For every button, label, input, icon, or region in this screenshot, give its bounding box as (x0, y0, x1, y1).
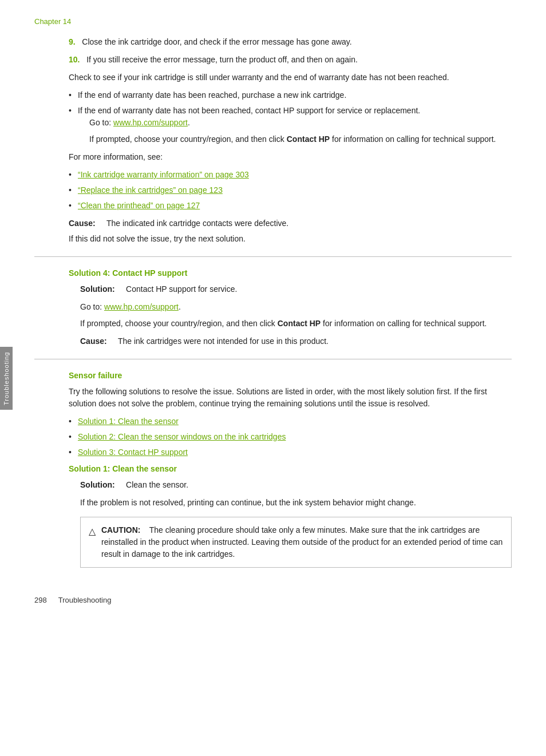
chapter-label: Chapter 14 (34, 17, 512, 26)
solution-1-body: If the problem is not resolved, printing… (80, 497, 512, 509)
cause-1-label: Cause: (69, 219, 96, 228)
solution-4-goto: Go to: www.hp.com/support. (80, 301, 512, 313)
main-content: 9. Close the ink cartridge door, and che… (69, 36, 512, 245)
caution-box: △ CAUTION: The cleaning procedure should… (80, 517, 512, 568)
page-content: Chapter 14 9. Close the ink cartridge do… (0, 0, 546, 610)
sensor-failure-link-3: Solution 3: Contact HP support (69, 446, 512, 458)
solution-1-title: Solution 1: Clean the sensor (69, 464, 512, 473)
page-footer: 298 Troubleshooting (0, 590, 546, 610)
step-9-text: Close the ink cartridge door, and check … (82, 37, 351, 46)
solution-4-cause: Cause: The ink cartridges were not inten… (80, 335, 512, 347)
solution-4-hp-link[interactable]: www.hp.com/support (104, 302, 179, 311)
warranty-bullet-1: If the end of warranty date has been rea… (69, 89, 512, 101)
sensor-failure-list: Solution 1: Clean the sensor Solution 2:… (69, 415, 512, 458)
more-info-link-3: “Clean the printhead” on page 127 (69, 200, 512, 212)
step-9-number: 9. (69, 37, 76, 46)
warranty-bullets: If the end of warranty date has been rea… (69, 89, 512, 145)
caution-content: CAUTION: The cleaning procedure should t… (101, 524, 503, 560)
divider-2 (34, 359, 512, 359)
solution-1-solution-line: Solution: Clean the sensor. (80, 479, 512, 491)
sidebar-tab-container: Troubleshooting (0, 347, 13, 410)
solution-4-prompted: If prompted, choose your country/region,… (80, 318, 512, 330)
caution-label: CAUTION: (101, 525, 140, 535)
more-info-link-2: “Replace the ink cartridges” on page 123 (69, 184, 512, 196)
footer-chapter-label: Troubleshooting (58, 596, 112, 604)
solution-4-title: Solution 4: Contact HP support (69, 268, 512, 278)
sensor-failure-link-1: Solution 1: Clean the sensor (69, 415, 512, 428)
sidebar-tab: Troubleshooting (0, 347, 13, 410)
step-9: 9. Close the ink cartridge door, and che… (69, 36, 512, 48)
sensor-failure-intro: Try the following solutions to resolve t… (69, 386, 512, 410)
step-10-number: 10. (69, 55, 80, 64)
solution-4-solution-line: Solution: Contact HP support for service… (80, 283, 512, 295)
cause-1-text: The indicated ink cartridge contacts wer… (106, 219, 288, 228)
warranty-hp-link[interactable]: www.hp.com/support (113, 118, 188, 127)
warranty-goto: Go to: www.hp.com/support. (89, 117, 512, 129)
page-number: 298 (34, 596, 47, 604)
solution-4-content: Solution: Contact HP support for service… (80, 283, 512, 347)
solution-4-block: Solution 4: Contact HP support Solution:… (69, 268, 512, 347)
caution-text: The cleaning procedure should take only … (101, 525, 503, 559)
divider-1 (34, 256, 512, 257)
more-info-list: “Ink cartridge warranty information” on … (69, 169, 512, 212)
solution-1-block: Solution 1: Clean the sensor Solution: C… (69, 464, 512, 568)
warranty-prompted: If prompted, choose your country/region,… (89, 133, 512, 145)
caution-triangle-icon: △ (89, 525, 96, 539)
solution-1-content: Solution: Clean the sensor. If the probl… (80, 479, 512, 568)
warranty-intro: Check to see if your ink cartridge is st… (69, 72, 512, 84)
warranty-bullet-2: If the end of warranty date has not been… (69, 105, 512, 145)
step-10: 10. If you still receive the error messa… (69, 54, 512, 66)
solve-note-1: If this did not solve the issue, try the… (69, 233, 512, 245)
more-info-link-1: “Ink cartridge warranty information” on … (69, 169, 512, 181)
sensor-failure-title: Sensor failure (69, 371, 512, 380)
step-10-text: If you still receive the error message, … (86, 55, 358, 64)
sensor-failure-link-2: Solution 2: Clean the sensor windows on … (69, 431, 512, 443)
more-info-intro: For more information, see: (69, 151, 512, 163)
sensor-failure-block: Sensor failure Try the following solutio… (69, 371, 512, 458)
cause-1: Cause: The indicated ink cartridge conta… (69, 217, 512, 229)
